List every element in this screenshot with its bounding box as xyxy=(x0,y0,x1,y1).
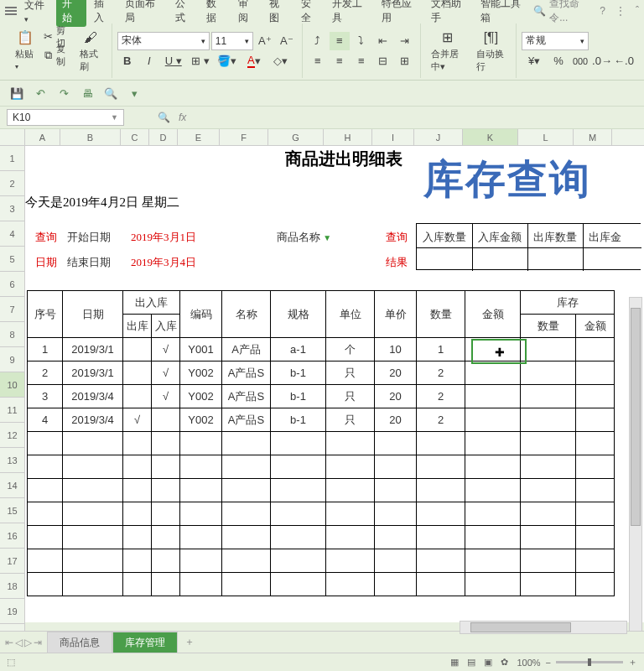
row-header-17[interactable]: 17 xyxy=(0,549,25,574)
col-header-C[interactable]: C xyxy=(121,129,149,145)
table-row[interactable] xyxy=(28,455,615,479)
qat-more-button[interactable]: ▾ xyxy=(124,84,144,102)
col-header-E[interactable]: E xyxy=(178,129,220,145)
italic-button[interactable]: I xyxy=(139,52,159,70)
inc-decimal-button[interactable]: .0→ xyxy=(592,52,612,70)
qat-redo-button[interactable]: ↷ xyxy=(54,84,74,102)
col-header-K[interactable]: K xyxy=(463,129,518,145)
mode-icon[interactable]: ⬚ xyxy=(7,657,15,668)
col-header-B[interactable]: B xyxy=(60,129,121,145)
help-icon[interactable]: ? xyxy=(600,5,605,17)
col-header-I[interactable]: I xyxy=(372,129,414,145)
v-scroll-thumb[interactable] xyxy=(631,308,641,526)
paste-button[interactable]: 📋 粘贴 ▾ xyxy=(12,28,38,75)
table-row[interactable]: 22019/3/1√ Y002A产品Sb-1只 202 xyxy=(28,362,615,385)
view-layout-icon[interactable]: ▤ xyxy=(467,657,475,668)
zoom-out-button[interactable]: − xyxy=(546,658,551,668)
qat-undo-button[interactable]: ↶ xyxy=(30,84,50,102)
col-header-J[interactable]: J xyxy=(414,129,463,145)
settings-icon[interactable]: ✿ xyxy=(501,657,508,668)
qat-preview-button[interactable]: 🔍 xyxy=(101,84,121,102)
indent-inc-button[interactable]: ⇥ xyxy=(395,32,415,50)
font-color-button[interactable]: A▾ xyxy=(242,52,267,70)
table-row[interactable] xyxy=(28,502,615,526)
row-header-10[interactable]: 10 xyxy=(0,372,25,398)
qat-print-button[interactable]: 🖶 xyxy=(77,84,97,102)
border-button[interactable]: ⊞ ▾ xyxy=(188,52,213,70)
col-header-D[interactable]: D xyxy=(149,129,178,145)
zoom-slider[interactable] xyxy=(556,661,623,663)
underline-button[interactable]: U ▾ xyxy=(161,52,186,70)
zoom-in-button[interactable]: ＋ xyxy=(628,656,637,668)
font-size-select[interactable]: 11▾ xyxy=(211,32,253,50)
view-normal-icon[interactable]: ▦ xyxy=(450,657,459,668)
spreadsheet-grid[interactable]: ABCDEFGHIJKLM 12345678910111213141516171… xyxy=(0,129,644,622)
select-all-corner[interactable] xyxy=(0,129,25,145)
font-family-select[interactable]: 宋体▾ xyxy=(117,32,210,50)
align-left-button[interactable]: ≡ xyxy=(308,52,328,70)
table-row[interactable]: 32019/3/4√ Y002A产品Sb-1只 202 xyxy=(28,385,615,408)
qat-save-button[interactable]: 💾 xyxy=(7,84,27,102)
data-table[interactable]: 序号 日期 出入库 编码 名称 规格 单位 单价 数量 金额 库存 出库入库数量… xyxy=(27,290,615,596)
row-header-6[interactable]: 6 xyxy=(0,272,25,297)
table-row[interactable] xyxy=(28,549,615,573)
tab-last-icon[interactable]: ⇥ xyxy=(34,637,42,648)
menu-file[interactable]: 文件 ▾ xyxy=(18,0,55,26)
row-header-13[interactable]: 13 xyxy=(0,448,25,473)
col-header-A[interactable]: A xyxy=(25,129,60,145)
table-row[interactable] xyxy=(28,432,615,455)
fill-color-button[interactable]: 🪣▾ xyxy=(215,52,240,70)
col-header-F[interactable]: F xyxy=(220,129,268,145)
align-center-button[interactable]: ≡ xyxy=(330,52,350,70)
table-row[interactable] xyxy=(28,573,615,596)
vertical-scrollbar[interactable] xyxy=(629,297,642,671)
fx-icon[interactable]: fx xyxy=(179,112,186,123)
row-header-12[interactable]: 12 xyxy=(0,423,25,448)
col-header-L[interactable]: L xyxy=(518,129,574,145)
bold-button[interactable]: B xyxy=(117,52,138,70)
col-header-M[interactable]: M xyxy=(574,129,612,145)
row-header-4[interactable]: 4 xyxy=(0,221,25,247)
merge-across-button[interactable]: ⊟ xyxy=(373,52,393,70)
table-row[interactable] xyxy=(28,479,615,502)
add-sheet-button[interactable]: ＋ xyxy=(178,632,201,653)
row-header-2[interactable]: 2 xyxy=(0,171,25,196)
zoom-formula-icon[interactable]: 🔍 xyxy=(158,112,170,123)
command-search[interactable]: 🔍查找命令... xyxy=(533,0,591,25)
tab-next-icon[interactable]: ▷ xyxy=(24,637,32,648)
horizontal-scrollbar[interactable] xyxy=(460,621,627,634)
more-icon[interactable]: ⋮ xyxy=(615,5,626,17)
copy-button[interactable]: ⧉复制 xyxy=(43,46,70,65)
row-header-18[interactable]: 18 xyxy=(0,574,25,599)
name-box[interactable]: K10▼ xyxy=(7,109,124,126)
table-row[interactable] xyxy=(28,526,615,549)
align-bot-button[interactable]: ⤵ xyxy=(351,32,371,50)
zoom-control[interactable]: 100% − ＋ xyxy=(517,656,637,668)
row-header-8[interactable]: 8 xyxy=(0,322,25,347)
row-header-14[interactable]: 14 xyxy=(0,473,25,498)
row-header-1[interactable]: 1 xyxy=(0,146,25,171)
number-format-select[interactable]: 常规▾ xyxy=(522,32,589,50)
app-menu-icon[interactable] xyxy=(5,7,17,15)
row-header-9[interactable]: 9 xyxy=(0,347,25,372)
align-mid-button[interactable]: ≡ xyxy=(330,32,350,50)
tab-inventory[interactable]: 库存管理 xyxy=(112,632,178,653)
table-row[interactable]: 12019/3/1√ Y001A产品a-1个 101 xyxy=(28,338,615,362)
tab-products[interactable]: 商品信息 xyxy=(47,632,112,653)
collapse-icon[interactable]: ˆ xyxy=(636,5,639,17)
wrap-text-button[interactable]: [¶]自动换行 xyxy=(473,28,509,75)
percent-button[interactable]: % xyxy=(548,52,569,70)
col-header-G[interactable]: G xyxy=(268,129,324,145)
align-right-button[interactable]: ≡ xyxy=(351,52,371,70)
row-header-7[interactable]: 7 xyxy=(0,297,25,322)
align-top-button[interactable]: ⤴ xyxy=(308,32,328,50)
merge-center-button[interactable]: ⊞合并居中▾ xyxy=(428,28,468,75)
currency-button[interactable]: ¥▾ xyxy=(522,52,547,70)
sheet-area[interactable]: 商品进出明细表 库存查询 今天是2019年4月2日 星期二 查询 开始日期 20… xyxy=(25,146,644,649)
h-scroll-thumb[interactable] xyxy=(470,622,571,632)
distribute-button[interactable]: ⊞ xyxy=(395,52,415,70)
row-header-19[interactable]: 19 xyxy=(0,599,25,624)
format-brush-button[interactable]: 🖌 格式刷 xyxy=(76,28,105,75)
col-header-H[interactable]: H xyxy=(324,129,372,145)
increase-font-button[interactable]: A⁺ xyxy=(255,32,275,50)
